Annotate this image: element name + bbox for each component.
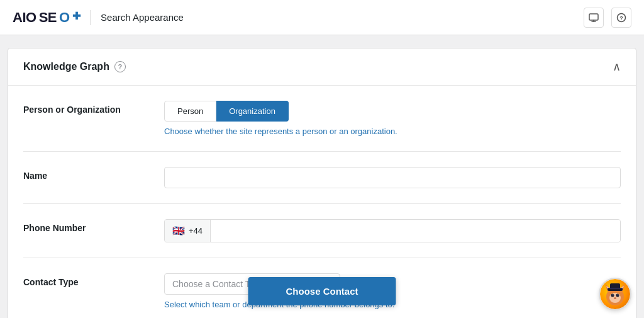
phone-field: 🇬🇧 +44 (164, 219, 621, 242)
header-actions: ? (584, 8, 631, 28)
phone-flag-button[interactable]: 🇬🇧 +44 (165, 220, 211, 242)
organization-button[interactable]: Organization (216, 101, 289, 122)
person-button[interactable]: Person (164, 101, 216, 122)
logo-o-text: O (59, 9, 70, 26)
logo-aio-text: AIO (13, 9, 36, 26)
mascot-avatar[interactable] (599, 278, 631, 310)
screen-icon-button[interactable] (584, 8, 604, 28)
person-org-description: Choose whether the site represents a per… (164, 127, 621, 136)
phone-row: Phone Number 🇬🇧 +44 (23, 204, 621, 258)
name-row: Name (23, 152, 621, 204)
screen-icon (589, 13, 599, 23)
header-title: Search Appearance (101, 12, 184, 23)
person-org-label: Person or Organization (23, 101, 149, 115)
section-title-row: Knowledge Graph ? (23, 61, 126, 72)
name-input[interactable] (164, 167, 621, 188)
svg-point-11 (611, 294, 614, 297)
name-field (164, 167, 621, 188)
svg-point-13 (613, 295, 614, 296)
question-icon: ? (616, 13, 626, 23)
mascot-image (600, 279, 630, 309)
header: AIOSEO✚ Search Appearance ? (0, 0, 644, 35)
phone-code: +44 (189, 226, 203, 236)
section-help-icon[interactable]: ? (114, 61, 126, 72)
svg-point-12 (616, 294, 619, 297)
phone-number-input[interactable] (211, 220, 620, 242)
section-title: Knowledge Graph (23, 61, 109, 72)
section-header: Knowledge Graph ? ∧ (8, 48, 636, 86)
person-org-field: Person Organization Choose whether the s… (164, 101, 621, 136)
phone-input-wrapper: 🇬🇧 +44 (164, 219, 621, 242)
header-divider (90, 10, 91, 25)
logo-plus-icon: ✚ (72, 10, 80, 22)
svg-point-15 (614, 297, 616, 298)
logo-seo-text: SE (39, 9, 57, 26)
flag-icon: 🇬🇧 (172, 225, 185, 237)
svg-text:?: ? (619, 15, 623, 21)
mascot-svg (601, 280, 629, 308)
help-icon-button[interactable]: ? (611, 8, 631, 28)
svg-rect-0 (589, 14, 598, 20)
person-org-row: Person or Organization Person Organizati… (23, 86, 621, 152)
logo: AIOSEO✚ (13, 9, 80, 26)
choose-contact-button[interactable]: Choose Contact (248, 277, 396, 305)
phone-label: Phone Number (23, 219, 149, 233)
name-label: Name (23, 167, 149, 181)
contact-type-label: Contact Type (23, 273, 149, 287)
collapse-icon[interactable]: ∧ (613, 61, 621, 72)
person-org-toggle-group: Person Organization (164, 101, 621, 122)
svg-rect-18 (608, 288, 623, 289)
svg-point-14 (618, 295, 619, 296)
